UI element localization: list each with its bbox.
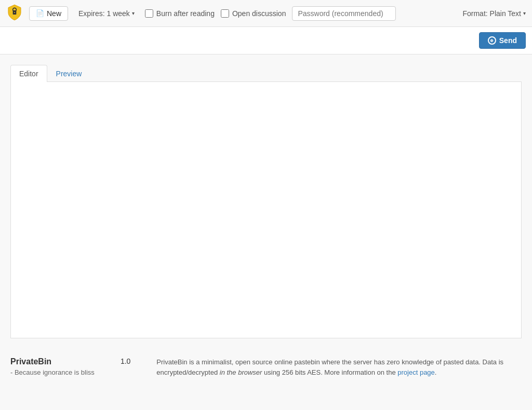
open-discussion-checkbox[interactable] xyxy=(221,9,229,18)
tabs: Editor Preview xyxy=(10,65,522,82)
expires-label: Expires: 1 week xyxy=(78,9,130,18)
editor-container xyxy=(10,82,522,338)
footer-version: 1.0 xyxy=(105,357,146,365)
password-input[interactable] xyxy=(292,6,396,21)
tab-preview[interactable]: Preview xyxy=(47,65,91,82)
burn-after-reading-label[interactable]: Burn after reading xyxy=(145,9,215,18)
footer-desc-end: . xyxy=(435,368,437,376)
burn-after-reading-text: Burn after reading xyxy=(156,9,215,18)
open-discussion-label[interactable]: Open discussion xyxy=(221,9,286,18)
footer-desc-suffix: using 256 bits AES. More information on … xyxy=(262,368,397,376)
file-icon: 📄 xyxy=(36,9,44,17)
burn-after-reading-checkbox[interactable] xyxy=(145,9,153,18)
navbar: 📄 New Expires: 1 week Burn after reading… xyxy=(0,0,532,27)
new-button[interactable]: 📄 New xyxy=(29,6,68,21)
expires-dropdown[interactable]: Expires: 1 week xyxy=(74,7,139,20)
send-button-label: Send xyxy=(499,36,517,45)
project-page-link[interactable]: project page xyxy=(397,368,435,376)
tab-editor[interactable]: Editor xyxy=(10,65,47,82)
footer-tagline: - Because ignorance is bliss xyxy=(10,368,95,376)
editor-textarea[interactable] xyxy=(11,82,521,336)
new-button-label: New xyxy=(47,9,61,18)
main-content: Editor Preview xyxy=(0,54,532,349)
open-discussion-text: Open discussion xyxy=(232,9,286,18)
footer-brand-name: PrivateBin xyxy=(10,357,95,366)
send-area: ⊕ Send xyxy=(0,27,532,54)
send-button[interactable]: ⊕ Send xyxy=(479,32,526,49)
format-label: Format: Plain Text xyxy=(462,9,521,18)
svg-point-2 xyxy=(14,12,15,13)
footer-description: PrivateBin is a minimalist, open source … xyxy=(156,357,522,377)
footer-brand: PrivateBin - Because ignorance is bliss xyxy=(10,357,95,376)
logo xyxy=(6,4,23,22)
format-dropdown[interactable]: Format: Plain Text xyxy=(462,9,526,18)
footer: PrivateBin - Because ignorance is bliss … xyxy=(0,349,532,386)
footer-desc-italic: in the browser xyxy=(220,368,262,376)
send-icon: ⊕ xyxy=(488,36,496,45)
